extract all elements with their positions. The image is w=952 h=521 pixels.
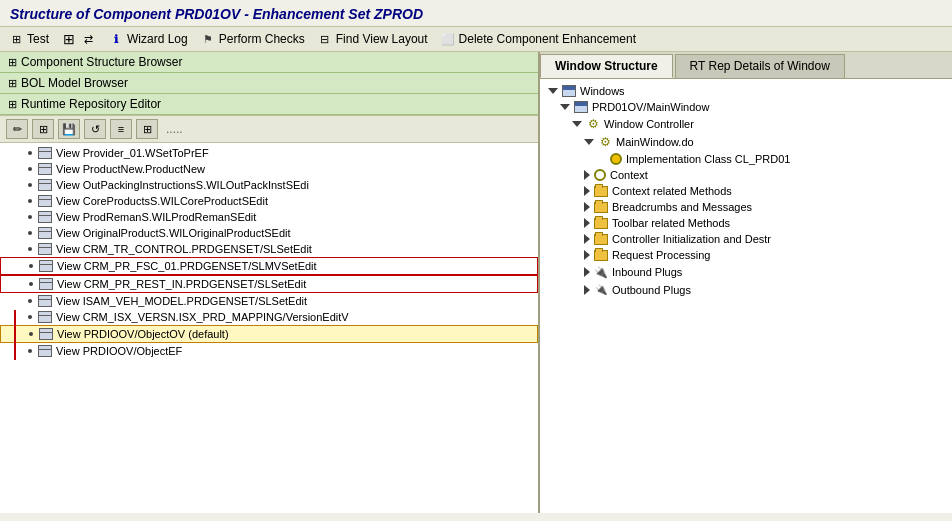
tree-item-crmprfsc[interactable]: View CRM_PR_FSC_01.PRDGENSET/SLMVSetEdit — [0, 257, 538, 275]
copy-button[interactable]: ⊞ — [32, 119, 54, 139]
dot-icon — [29, 332, 33, 336]
tree-item-productnew[interactable]: View ProductNew.ProductNew — [0, 161, 538, 177]
toolbar: ⊞ Test ⊞ ⇄ ℹ Wizard Log ⚑ Perform Checks… — [0, 27, 952, 52]
folder-icon — [594, 186, 608, 197]
toggle-icon2: ⇄ — [80, 31, 96, 47]
item-label: Context — [610, 169, 648, 181]
rtree-outbound-plugs[interactable]: 🔌 Outbound Plugs — [540, 281, 952, 299]
perform-checks-icon: ⚑ — [200, 31, 216, 47]
refresh-button[interactable]: ↺ — [84, 119, 106, 139]
tri-right-icon — [584, 234, 590, 244]
grid-button[interactable]: ⊞ — [136, 119, 158, 139]
tree-item-crmisx[interactable]: View CRM_ISX_VERSN.ISX_PRD_MAPPING/Versi… — [0, 309, 538, 325]
folder-icon — [594, 250, 608, 261]
view-icon — [38, 227, 52, 239]
rr-icon: ⊞ — [8, 98, 17, 111]
title-bar: Structure of Component PRD01OV - Enhance… — [0, 0, 952, 27]
view-icon — [38, 147, 52, 159]
dot-icon — [29, 282, 33, 286]
find-view-layout-button[interactable]: ⊟ Find View Layout — [317, 31, 428, 47]
nav-links: ⊞ Component Structure Browser ⊞ BOL Mode… — [0, 52, 538, 116]
bol-icon: ⊞ — [8, 77, 17, 90]
right-panel: Window Structure RT Rep Details of Windo… — [540, 52, 952, 513]
component-structure-link[interactable]: ⊞ Component Structure Browser — [0, 52, 538, 73]
rtree-context-methods[interactable]: Context related Methods — [540, 183, 952, 199]
more-indicator: ..... — [162, 122, 183, 136]
dot-icon — [28, 199, 32, 203]
item-label: Request Processing — [612, 249, 710, 261]
item-label: View CoreProductsS.WILCoreProductSEdit — [56, 195, 268, 207]
tree-item-prdioov-objectov[interactable]: View PRDIOOV/ObjectOV (default) — [0, 325, 538, 343]
rtree-toolbar-methods[interactable]: Toolbar related Methods — [540, 215, 952, 231]
left-tree: View Provider_01.WSetToPrEF View Product… — [0, 143, 538, 513]
rtree-impl-class[interactable]: Implementation Class CL_PRD01 — [540, 151, 952, 167]
wizard-log-button[interactable]: ℹ Wizard Log — [108, 31, 188, 47]
item-label: View CRM_PR_REST_IN.PRDGENSET/SLSetEdit — [57, 278, 306, 290]
view-icon — [38, 243, 52, 255]
delete-component-button[interactable]: ⬜ Delete Component Enhancement — [440, 31, 636, 47]
gear-icon: ⚙ — [586, 117, 600, 131]
wizard-log-icon: ℹ — [108, 31, 124, 47]
item-label: PRD01OV/MainWindow — [592, 101, 709, 113]
runtime-repo-link[interactable]: ⊞ Runtime Repository Editor — [0, 94, 538, 115]
save-button[interactable]: 💾 — [58, 119, 80, 139]
rtree-breadcrumbs[interactable]: Breadcrumbs and Messages — [540, 199, 952, 215]
item-label: Window Controller — [604, 118, 694, 130]
perform-checks-button[interactable]: ⚑ Perform Checks — [200, 31, 305, 47]
view-icon — [38, 179, 52, 191]
rtree-mainwindow[interactable]: PRD01OV/MainWindow — [540, 99, 952, 115]
tree-item-originalproducts[interactable]: View OriginalProductS.WILOriginalProduct… — [0, 225, 538, 241]
view-icon — [39, 260, 53, 272]
tri-right-icon — [584, 267, 590, 277]
dot-icon — [29, 264, 33, 268]
tri-right-icon — [584, 218, 590, 228]
dot-icon — [28, 151, 32, 155]
folder-icon — [594, 234, 608, 245]
item-label: View PRDIOOV/ObjectEF — [56, 345, 182, 357]
plug-in-icon: 🔌 — [594, 265, 608, 279]
edit-pencil-button[interactable]: ✏ — [6, 119, 28, 139]
rtree-window-controller[interactable]: ⚙ Window Controller — [540, 115, 952, 133]
tree-item-provider[interactable]: View Provider_01.WSetToPrEF — [0, 145, 538, 161]
list-button[interactable]: ≡ — [110, 119, 132, 139]
rtree-controller-init[interactable]: Controller Initialization and Destr — [540, 231, 952, 247]
cs-icon: ⊞ — [8, 56, 17, 69]
toggle-button[interactable]: ⊞ ⇄ — [61, 31, 96, 47]
tab-window-structure[interactable]: Window Structure — [540, 54, 673, 78]
folder-icon — [594, 202, 608, 213]
test-icon: ⊞ — [8, 31, 24, 47]
tree-item-crmtr[interactable]: View CRM_TR_CONTROL.PRDGENSET/SLSetEdit — [0, 241, 538, 257]
test-button[interactable]: ⊞ Test — [8, 31, 49, 47]
tab-rt-rep-details[interactable]: RT Rep Details of Window — [675, 54, 845, 78]
view-icon — [38, 211, 52, 223]
editor-toolbar: ✏ ⊞ 💾 ↺ ≡ ⊞ ..... — [0, 116, 538, 143]
item-label: View ProdRemanS.WILProdRemanSEdit — [56, 211, 256, 223]
view-icon — [39, 278, 53, 290]
item-label: View CRM_PR_FSC_01.PRDGENSET/SLMVSetEdit — [57, 260, 317, 272]
bracket-indicator — [14, 310, 24, 360]
tree-item-coreproducts[interactable]: View CoreProductsS.WILCoreProductSEdit — [0, 193, 538, 209]
rtree-windows[interactable]: Windows — [540, 83, 952, 99]
tri-right-icon — [584, 170, 590, 180]
rtree-mainwindow-do[interactable]: ⚙ MainWindow.do — [540, 133, 952, 151]
dot-icon — [28, 215, 32, 219]
rtree-inbound-plugs[interactable]: 🔌 Inbound Plugs — [540, 263, 952, 281]
dot-icon — [28, 299, 32, 303]
dot-icon — [28, 247, 32, 251]
tree-item-outpacking[interactable]: View OutPackingInstructionsS.WILOutPackI… — [0, 177, 538, 193]
tree-item-crmprrest[interactable]: View CRM_PR_REST_IN.PRDGENSET/SLSetEdit — [0, 275, 538, 293]
tree-item-prdioov-objectef[interactable]: View PRDIOOV/ObjectEF — [0, 343, 538, 359]
item-label: View CRM_ISX_VERSN.ISX_PRD_MAPPING/Versi… — [56, 311, 349, 323]
item-label: Controller Initialization and Destr — [612, 233, 771, 245]
folder-icon — [594, 218, 608, 229]
dot-icon — [28, 167, 32, 171]
tree-item-isamveh[interactable]: View ISAM_VEH_MODEL.PRDGENSET/SLSetEdit — [0, 293, 538, 309]
circle-icon-context — [594, 169, 606, 181]
item-label: Inbound Plugs — [612, 266, 682, 278]
tree-item-prodreman[interactable]: View ProdRemanS.WILProdRemanSEdit — [0, 209, 538, 225]
rtree-request-processing[interactable]: Request Processing — [540, 247, 952, 263]
view-icon — [38, 345, 52, 357]
bol-model-link[interactable]: ⊞ BOL Model Browser — [0, 73, 538, 94]
view-icon — [38, 311, 52, 323]
rtree-context[interactable]: Context — [540, 167, 952, 183]
